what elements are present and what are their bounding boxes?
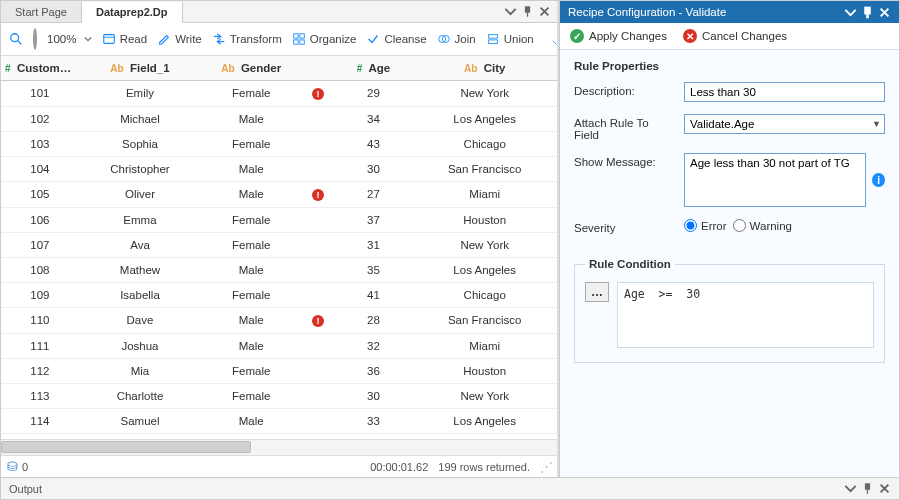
column-header-age[interactable]: # Age xyxy=(335,56,413,81)
toolbar-transform-button[interactable]: Transform xyxy=(212,32,282,46)
cell-gender: Female xyxy=(201,232,301,257)
table-row[interactable]: 109IsabellaFemale41Chicago xyxy=(1,282,557,307)
magnifier-icon[interactable] xyxy=(9,32,23,46)
cell-city: San Francisco xyxy=(412,307,557,333)
cell-age: 30 xyxy=(335,383,413,408)
table-row[interactable]: 108MathewMale35Los Angeles xyxy=(1,257,557,282)
show-message-label: Show Message: xyxy=(574,153,676,168)
column-header-city[interactable]: Ab City xyxy=(412,56,557,81)
output-pin-icon[interactable] xyxy=(861,482,874,495)
apply-changes-button[interactable]: ✓Apply Changes xyxy=(570,29,667,43)
panel-menu-dropdown-icon[interactable] xyxy=(844,6,857,19)
toolbar-write-button[interactable]: Write xyxy=(157,32,202,46)
table-row[interactable]: 110DaveMale!28San Francisco xyxy=(1,307,557,333)
toolbar-union-button[interactable]: Union xyxy=(486,32,534,46)
severity-error-radio[interactable]: Error xyxy=(684,219,727,232)
tab-menu-dropdown-icon[interactable] xyxy=(504,5,517,18)
svg-rect-14 xyxy=(865,483,870,490)
info-icon[interactable]: i xyxy=(872,173,885,187)
table-row[interactable]: 104ChristopherMale30San Francisco xyxy=(1,156,557,181)
table-row[interactable]: 111JoshuaMale32Miami xyxy=(1,333,557,358)
type-indicator: # xyxy=(5,63,11,74)
column-header-gender[interactable]: Ab Gender xyxy=(201,56,301,81)
cell-field-1: Emily xyxy=(79,81,201,107)
horizontal-scrollbar[interactable] xyxy=(1,439,557,455)
zoom-reset-button[interactable] xyxy=(33,28,37,50)
rule-properties-heading: Rule Properties xyxy=(574,60,885,72)
panel-close-icon[interactable] xyxy=(878,6,891,19)
table-row[interactable]: 112MiaFemale36Houston xyxy=(1,358,557,383)
cancel-changes-button[interactable]: ✕Cancel Changes xyxy=(683,29,787,43)
cell-customer-id: 104 xyxy=(1,156,79,181)
cell-gender: Male xyxy=(201,156,301,181)
attach-field-combo[interactable] xyxy=(684,114,885,134)
toolbar-organize-button[interactable]: Organize xyxy=(292,32,357,46)
toolbar-join-button[interactable]: Join xyxy=(437,32,476,46)
cell-field-1: Oliver xyxy=(79,181,201,207)
cell-age: 41 xyxy=(335,282,413,307)
cell-field-1: Christopher xyxy=(79,156,201,181)
svg-rect-3 xyxy=(103,35,114,44)
cell-city: Los Angeles xyxy=(412,408,557,433)
svg-rect-10 xyxy=(488,35,497,39)
pin-icon[interactable] xyxy=(521,5,534,18)
svg-rect-1 xyxy=(527,13,528,17)
output-tab[interactable]: Output xyxy=(9,483,42,495)
zoom-level[interactable]: 100% xyxy=(47,33,92,45)
toolbar-read-button[interactable]: Read xyxy=(102,32,148,46)
status-elapsed-time: 00:00:01.62 xyxy=(370,461,428,473)
output-close-icon[interactable] xyxy=(878,482,891,495)
cell-validation xyxy=(301,408,334,433)
join-icon xyxy=(437,32,451,46)
svg-rect-5 xyxy=(300,34,304,38)
svg-rect-4 xyxy=(293,34,297,38)
description-input[interactable] xyxy=(684,82,885,102)
table-row[interactable]: 107AvaFemale31New York xyxy=(1,232,557,257)
cell-city: Chicago xyxy=(412,131,557,156)
cell-gender: Male xyxy=(201,181,301,207)
type-indicator: # xyxy=(357,63,363,74)
show-message-input[interactable]: Age less than 30 not part of TG xyxy=(684,153,866,207)
panel-pin-icon[interactable] xyxy=(861,6,874,19)
cell-customer-id: 107 xyxy=(1,232,79,257)
resize-grip-icon[interactable]: ⋰ xyxy=(540,459,551,474)
table-row[interactable]: 113CharlotteFemale30New York xyxy=(1,383,557,408)
table-row[interactable]: 114SamuelMale33Los Angeles xyxy=(1,408,557,433)
column-header-customer_id[interactable]: # Customer_ID xyxy=(1,56,79,81)
svg-point-2 xyxy=(11,34,19,42)
cell-gender: Female xyxy=(201,282,301,307)
tab-dataprep-file[interactable]: Dataprep2.Dp xyxy=(82,2,183,23)
table-row[interactable]: 103SophiaFemale43Chicago xyxy=(1,131,557,156)
cell-city: Los Angeles xyxy=(412,257,557,282)
cell-age: 30 xyxy=(335,156,413,181)
table-row[interactable]: 105OliverMale!27Miami xyxy=(1,181,557,207)
output-menu-dropdown-icon[interactable] xyxy=(844,482,857,495)
cell-customer-id: 111 xyxy=(1,333,79,358)
toolbar-cleanse-button[interactable]: Cleanse xyxy=(366,32,426,46)
expression-builder-button[interactable]: … xyxy=(585,282,609,302)
svg-rect-11 xyxy=(488,40,497,44)
cell-city: Chicago xyxy=(412,282,557,307)
cell-customer-id: 113 xyxy=(1,383,79,408)
cell-customer-id: 112 xyxy=(1,358,79,383)
error-icon: ! xyxy=(312,315,324,327)
close-tab-icon[interactable] xyxy=(538,5,551,18)
cell-gender: Female xyxy=(201,81,301,107)
cell-customer-id: 101 xyxy=(1,81,79,107)
cell-gender: Male xyxy=(201,408,301,433)
data-grid[interactable]: # Customer_IDAb Field_1Ab Gender# AgeAb … xyxy=(1,56,557,439)
union-icon xyxy=(486,32,500,46)
cell-age: 29 xyxy=(335,81,413,107)
cell-customer-id: 114 xyxy=(1,408,79,433)
cell-field-1: Joshua xyxy=(79,333,201,358)
error-icon: ! xyxy=(312,189,324,201)
column-header-field_1[interactable]: Ab Field_1 xyxy=(79,56,201,81)
tab-start-page[interactable]: Start Page xyxy=(1,1,82,22)
cell-city: Los Angeles xyxy=(412,106,557,131)
table-row[interactable]: 102MichaelMale34Los Angeles xyxy=(1,106,557,131)
table-row[interactable]: 101EmilyFemale!29New York xyxy=(1,81,557,107)
cell-age: 37 xyxy=(335,207,413,232)
severity-warning-radio[interactable]: Warning xyxy=(733,219,792,232)
rule-condition-text[interactable]: Age >= 30 xyxy=(617,282,874,348)
table-row[interactable]: 106EmmaFemale37Houston xyxy=(1,207,557,232)
